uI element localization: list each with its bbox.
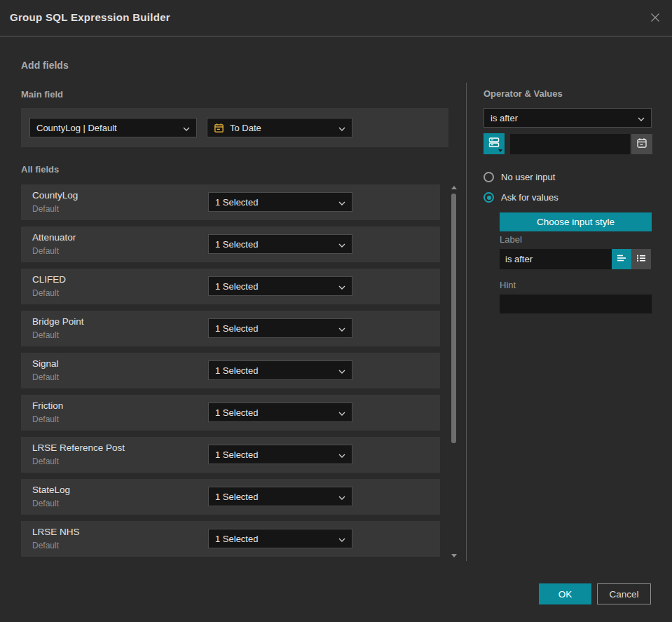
value-input[interactable] <box>510 134 630 154</box>
main-field-dropdown[interactable]: CountyLog | Default <box>29 118 197 137</box>
radio-no-user-input-label: No user input <box>501 172 555 182</box>
field-values-dropdown[interactable]: 1 Selected <box>208 318 352 338</box>
field-row: LRSE Reference Post Default 1 Selected <box>21 437 440 473</box>
chevron-down-icon <box>638 113 645 123</box>
field-subtitle: Default <box>32 499 59 508</box>
field-name: Signal <box>32 358 59 369</box>
field-values-dropdown-value: 1 Selected <box>215 449 258 460</box>
field-row: LRSE NHS Default 1 Selected <box>21 521 440 557</box>
field-values-dropdown-value: 1 Selected <box>215 197 258 208</box>
field-name: LRSE Reference Post <box>32 442 125 453</box>
operator-dropdown[interactable]: is after <box>484 108 652 128</box>
chevron-down-icon <box>338 365 345 376</box>
hint-field-label: Hint <box>500 280 516 290</box>
field-values-dropdown[interactable]: 1 Selected <box>208 360 352 380</box>
field-values-dropdown-value: 1 Selected <box>215 323 258 334</box>
close-button[interactable] <box>647 11 663 27</box>
field-subtitle: Default <box>32 541 59 550</box>
radio-ask-for-values-label: Ask for values <box>501 192 558 203</box>
field-subtitle: Default <box>32 330 59 340</box>
field-values-dropdown-value: 1 Selected <box>215 492 258 502</box>
field-subtitle: Default <box>32 372 59 382</box>
field-values-dropdown[interactable]: 1 Selected <box>208 403 352 422</box>
field-name: Attenuator <box>32 232 76 243</box>
field-row: Signal Default 1 Selected <box>21 353 440 388</box>
main-field-panel: CountyLog | Default To Date <box>21 108 448 147</box>
field-row: StateLog Default 1 Selected <box>21 479 440 515</box>
calendar-picker-icon <box>636 137 647 151</box>
field-values-dropdown[interactable]: 1 Selected <box>208 234 352 254</box>
chevron-down-icon <box>338 323 345 334</box>
field-values-dropdown[interactable]: 1 Selected <box>208 487 352 506</box>
chevron-down-icon <box>338 407 345 418</box>
fields-list-scrollbar[interactable] <box>451 182 457 561</box>
dialog-titlebar: Group SQL Expression Builder <box>0 0 672 36</box>
operator-values-heading: Operator & Values <box>484 88 563 99</box>
hint-input[interactable] <box>500 295 652 313</box>
date-type-dropdown-value: To Date <box>230 123 261 133</box>
panel-divider <box>466 83 467 561</box>
chevron-down-icon <box>338 534 345 544</box>
chevron-down-icon <box>338 281 345 292</box>
date-type-dropdown[interactable]: To Date <box>207 118 352 137</box>
field-subtitle: Default <box>32 246 59 256</box>
field-name: Bridge Point <box>32 316 84 327</box>
chevron-down-icon <box>338 239 345 250</box>
field-row: CountyLog Default 1 Selected <box>21 184 440 220</box>
radio-no-user-input[interactable]: No user input <box>484 172 555 182</box>
calendar-picker-button[interactable] <box>631 134 652 154</box>
field-name: Friction <box>32 400 63 411</box>
single-input-style-icon <box>616 253 627 266</box>
field-values-dropdown[interactable]: 1 Selected <box>208 529 352 548</box>
field-values-dropdown[interactable]: 1 Selected <box>208 192 352 212</box>
field-values-dropdown-value: 1 Selected <box>215 281 258 292</box>
field-name: CountyLog <box>32 190 78 201</box>
radio-unselected-icon <box>484 172 494 182</box>
field-subtitle: Default <box>32 204 59 214</box>
field-row: Attenuator Default 1 Selected <box>21 227 440 262</box>
radio-ask-for-values[interactable]: Ask for values <box>484 192 558 203</box>
cancel-button[interactable]: Cancel <box>597 583 651 604</box>
field-name: LRSE NHS <box>32 527 80 537</box>
ok-button[interactable]: OK <box>539 583 591 604</box>
field-subtitle: Default <box>32 414 59 424</box>
add-fields-heading: Add fields <box>21 60 69 71</box>
label-input[interactable] <box>500 249 612 269</box>
chevron-down-icon <box>338 123 345 133</box>
label-field-label: Label <box>500 234 522 245</box>
chevron-down-icon <box>338 492 345 502</box>
scrollbar-up-icon[interactable] <box>451 186 457 189</box>
all-fields-heading: All fields <box>21 164 59 175</box>
choose-input-style-button[interactable]: Choose input style <box>500 212 652 231</box>
date-field-icon <box>214 123 224 133</box>
field-values-dropdown-value: 1 Selected <box>215 239 258 250</box>
close-icon <box>650 12 661 26</box>
field-subtitle: Default <box>32 288 59 298</box>
field-row: Friction Default 1 Selected <box>21 395 440 431</box>
scrollbar-down-icon[interactable] <box>451 554 457 557</box>
operator-dropdown-value: is after <box>491 113 518 123</box>
main-field-heading: Main field <box>21 89 63 100</box>
list-input-style-button[interactable] <box>631 249 651 269</box>
list-input-style-icon <box>636 253 647 266</box>
field-values-dropdown[interactable]: 1 Selected <box>208 276 352 296</box>
field-name: CLIFED <box>32 274 66 285</box>
field-row: Bridge Point Default 1 Selected <box>21 311 440 346</box>
field-values-dropdown[interactable]: 1 Selected <box>208 445 352 464</box>
values-from-layer-button[interactable] <box>484 133 505 154</box>
radio-selected-icon <box>484 192 494 203</box>
chevron-down-icon <box>338 449 345 460</box>
dialog-title: Group SQL Expression Builder <box>10 11 170 23</box>
field-values-dropdown-value: 1 Selected <box>215 365 258 376</box>
field-subtitle: Default <box>32 457 59 466</box>
chevron-down-icon <box>338 197 345 208</box>
caret-down-icon <box>498 149 502 152</box>
single-input-style-button[interactable] <box>612 249 631 269</box>
main-field-dropdown-value: CountyLog | Default <box>36 123 117 133</box>
field-name: StateLog <box>32 485 70 495</box>
field-row: CLIFED Default 1 Selected <box>21 269 440 304</box>
chevron-down-icon <box>183 123 190 133</box>
field-values-dropdown-value: 1 Selected <box>215 534 258 544</box>
scrollbar-thumb[interactable] <box>451 194 456 443</box>
field-values-dropdown-value: 1 Selected <box>215 407 258 418</box>
